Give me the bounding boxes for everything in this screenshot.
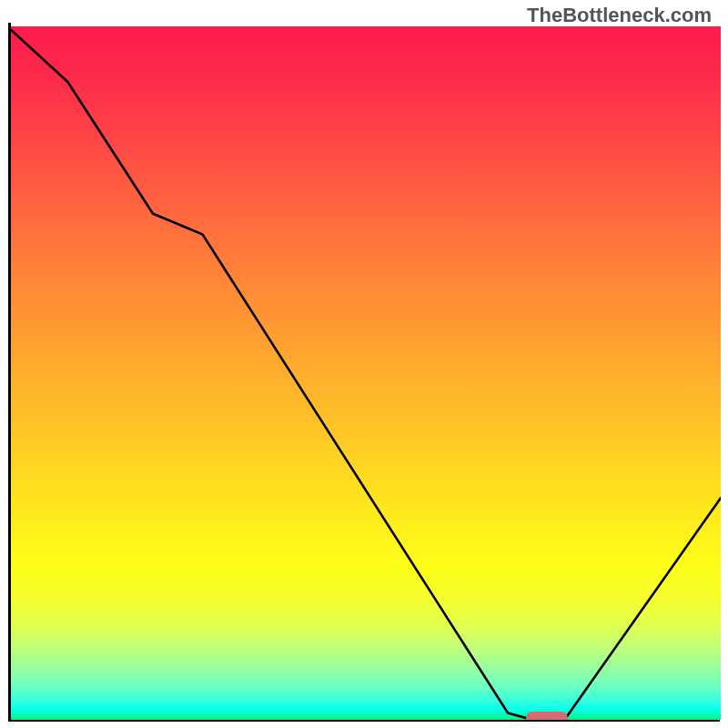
watermark-text: TheBottleneck.com bbox=[527, 4, 712, 27]
optimal-marker bbox=[526, 712, 569, 720]
bottleneck-curve-path bbox=[11, 30, 721, 720]
plot-area bbox=[11, 26, 721, 720]
bottleneck-curve-svg bbox=[11, 26, 721, 720]
